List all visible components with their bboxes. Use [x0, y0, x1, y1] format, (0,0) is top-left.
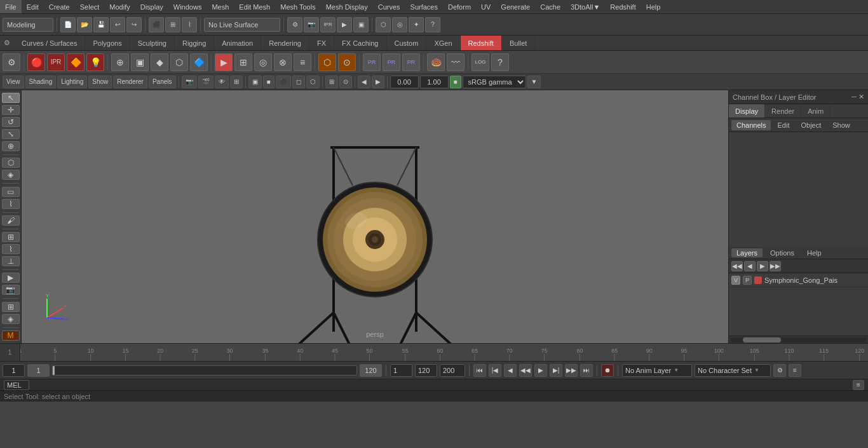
layer-vis-btn-0[interactable]: V [731, 276, 740, 285]
tab-animation[interactable]: Animation [214, 36, 261, 50]
vp-xray-btn[interactable]: ⊙ [339, 76, 352, 88]
tab-fx-caching[interactable]: FX Caching [334, 36, 386, 50]
maya-logo-btn[interactable]: M [2, 330, 20, 341]
shelf-icon-1[interactable]: ⊕ [111, 53, 129, 71]
new-scene-btn[interactable]: 📄 [60, 17, 76, 32]
range-start-label[interactable]: 1 [390, 364, 412, 377]
vp-prev-frame-btn[interactable]: ◀ [358, 76, 370, 88]
current-frame-field[interactable]: 1 [3, 364, 25, 377]
ch-tab-edit[interactable]: Edit [772, 120, 794, 130]
shelf-icon-12[interactable]: ⊙ [338, 53, 356, 71]
vp-film-btn[interactable]: 🎬 [198, 76, 214, 88]
shelf-icon-6[interactable]: ▶ [215, 53, 233, 71]
shelf-icon-3[interactable]: ◆ [151, 53, 168, 71]
range-max-label[interactable]: 200 [440, 364, 465, 377]
layer-row-0[interactable]: V P Symphonic_Gong_Pais [729, 273, 868, 287]
vp-menu-show[interactable]: Show [88, 76, 112, 88]
cmd-mode-field[interactable]: MEL [4, 380, 29, 390]
select-mode-btn[interactable]: ⬛ [149, 17, 164, 32]
shelf-icon-pr2[interactable]: PR [383, 53, 400, 71]
vp-camera-btn[interactable]: 📷 [182, 76, 197, 88]
layer-play-btn-0[interactable]: P [743, 276, 752, 285]
vp-wire-btn[interactable]: ▣ [248, 76, 262, 88]
range-end-label[interactable]: 120 [415, 364, 437, 377]
menu-edit-mesh[interactable]: Edit Mesh [234, 0, 275, 13]
ipr-btn[interactable]: IPR [320, 17, 336, 32]
shelf-icon-10[interactable]: ≡ [294, 53, 311, 71]
shelf-icon-4[interactable]: ⬡ [170, 53, 188, 71]
shelf-icon-5[interactable]: 🔷 [190, 53, 208, 71]
vp-camera-input[interactable] [390, 76, 419, 88]
rp-tab-anim[interactable]: Anim [801, 104, 831, 118]
menu-generate[interactable]: Generate [496, 0, 535, 13]
cmd-options-btn[interactable]: ≡ [853, 380, 864, 390]
cmd-input[interactable] [32, 381, 850, 389]
anim-next-key-btn[interactable]: ▶▶ [565, 364, 578, 377]
render-region-btn[interactable]: ▣ [353, 17, 369, 32]
menu-edit[interactable]: Edit [22, 0, 44, 13]
no-anim-layer-dropdown[interactable]: No Anim Layer ▼ [622, 364, 692, 377]
show-hide-btn[interactable]: ◈ [2, 314, 20, 324]
rect-select-btn[interactable]: ▭ [2, 187, 20, 197]
shelf-icon-pr3[interactable]: PR [402, 53, 420, 71]
vp-menu-shading[interactable]: Shading [25, 76, 57, 88]
shelf-rs-material[interactable]: 🔶 [67, 53, 85, 71]
anim-play-back-btn[interactable]: ◀◀ [519, 364, 532, 377]
shelf-rs-light[interactable]: 💡 [86, 53, 104, 71]
vp-sel-mask-btn[interactable]: ⊞ [230, 76, 243, 88]
menu-uv[interactable]: UV [476, 0, 496, 13]
anim-go-start-btn[interactable]: ⏮ [473, 364, 486, 377]
paint-ops-btn[interactable]: 🖌 [2, 215, 20, 226]
redo-btn[interactable]: ↪ [126, 17, 142, 32]
render-sequence-btn[interactable]: ▶ [337, 17, 352, 32]
menu-3dto[interactable]: 3DtoAll▼ [566, 0, 605, 13]
undo-btn[interactable]: ↩ [110, 17, 125, 32]
shelf-icon-log[interactable]: LOG [471, 53, 489, 71]
menu-help[interactable]: Help [641, 0, 666, 13]
shelf-rs-ipr[interactable]: IPR [47, 53, 65, 71]
lasso-mode-btn[interactable]: ⌇ [182, 17, 197, 32]
help-btn[interactable]: ? [425, 17, 440, 32]
shelf-icon-9[interactable]: ⊗ [274, 53, 292, 71]
tab-sculpting[interactable]: Sculpting [130, 36, 175, 50]
horizontal-scrollbar[interactable] [729, 336, 868, 343]
vp-light-btn[interactable]: ◻ [292, 76, 305, 88]
shelf-icon-pr1[interactable]: PR [363, 53, 381, 71]
layer-prev-prev-btn[interactable]: ◀◀ [731, 261, 743, 271]
vp-menu-view[interactable]: View [3, 76, 24, 88]
anim-play-fwd-btn[interactable]: ▶ [534, 364, 547, 377]
menu-redshift[interactable]: Redshift [605, 0, 641, 13]
snap-normal-btn[interactable]: ⊥ [2, 256, 20, 266]
transform-mode-btn[interactable]: ⊞ [165, 17, 180, 32]
rotate-tool-btn[interactable]: ↺ [2, 117, 20, 127]
lights-btn[interactable]: ✦ [409, 17, 424, 32]
render-settings-btn[interactable]: ⚙ [287, 17, 302, 32]
vp-colorspace-settings-btn[interactable]: ▼ [527, 76, 541, 88]
shelf-icon-7[interactable]: ⊞ [234, 53, 252, 71]
render-view-btn[interactable]: 📷 [304, 17, 319, 32]
timeline-track[interactable]: 1 5 10 15 20 25 30 35 40 45 50 55 60 65 … [20, 344, 868, 361]
menu-file[interactable]: File [0, 0, 22, 13]
render-btn[interactable]: ▶ [2, 273, 20, 283]
menu-deform[interactable]: Deform [443, 0, 476, 13]
anim-settings-btn[interactable]: ⚙ [773, 364, 786, 377]
vp-eye-btn[interactable]: 👁 [215, 76, 229, 88]
vp-menu-panels[interactable]: Panels [149, 76, 176, 88]
menu-curves[interactable]: Curves [373, 0, 405, 13]
anim-go-end-btn[interactable]: ⏭ [580, 364, 593, 377]
camera-btn[interactable]: 📷 [2, 285, 20, 295]
no-char-set-dropdown[interactable]: No Character Set ▼ [695, 364, 771, 377]
vp-colorspace-select[interactable]: sRGB gamma [463, 76, 526, 88]
shelf-settings-btn[interactable]: ⚙ [3, 53, 20, 71]
tab-fx[interactable]: FX [309, 36, 334, 50]
save-scene-btn[interactable]: 💾 [93, 17, 109, 32]
scroll-thumb[interactable] [743, 337, 781, 343]
menu-cache[interactable]: Cache [535, 0, 566, 13]
viewport[interactable]: X Y Z persp [22, 90, 728, 343]
frame-slider[interactable] [52, 365, 357, 376]
snap-pts-btn[interactable]: ◈ [2, 170, 20, 180]
tab-rigging[interactable]: Rigging [175, 36, 214, 50]
ch-tab-show[interactable]: Show [827, 120, 855, 130]
menu-modify[interactable]: Modify [104, 0, 135, 13]
snap-curve-btn[interactable]: ⌇ [2, 244, 20, 254]
